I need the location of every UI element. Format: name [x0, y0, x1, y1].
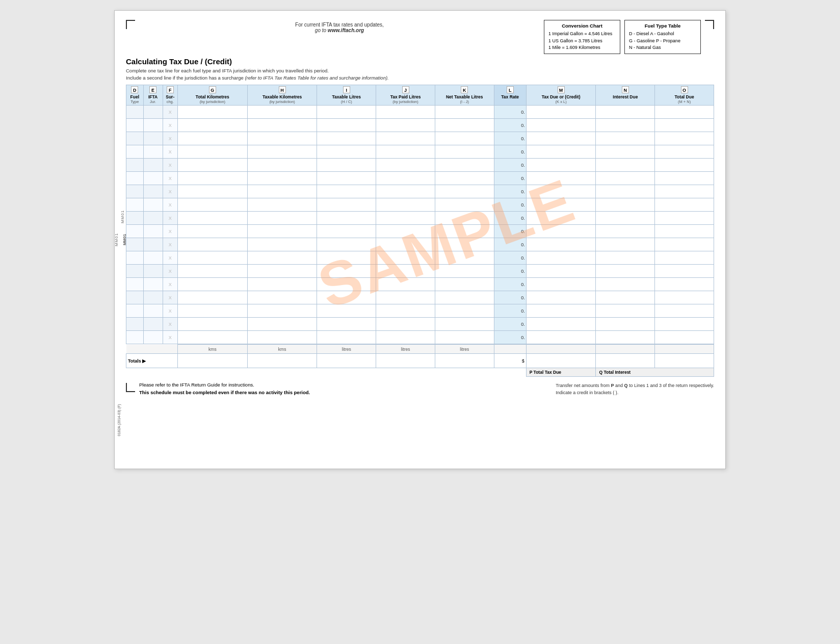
cell-tax-paid-litres[interactable]: [376, 132, 435, 145]
cell-taxable-km[interactable]: [247, 119, 317, 132]
cell-total-km[interactable]: [177, 119, 247, 132]
cell-taxable-litres[interactable]: [317, 198, 376, 212]
cell-fuel-type[interactable]: [126, 225, 144, 238]
cell-interest-due[interactable]: [596, 172, 655, 185]
totals-k-cell[interactable]: [435, 354, 494, 368]
cell-total-due[interactable]: [655, 265, 714, 278]
cell-fuel-type[interactable]: [126, 212, 144, 225]
cell-taxable-litres[interactable]: [317, 225, 376, 238]
cell-surcharge[interactable]: X: [163, 278, 177, 291]
cell-total-km[interactable]: [177, 331, 247, 344]
cell-taxable-km[interactable]: [247, 318, 317, 331]
cell-taxable-litres[interactable]: [317, 251, 376, 265]
cell-surcharge[interactable]: X: [163, 172, 177, 185]
cell-total-km[interactable]: [177, 291, 247, 304]
cell-total-due[interactable]: [655, 198, 714, 212]
cell-total-km[interactable]: [177, 304, 247, 318]
cell-taxable-litres[interactable]: [317, 106, 376, 119]
cell-tax-due[interactable]: [526, 132, 596, 145]
cell-ifta-jur[interactable]: [143, 251, 163, 265]
cell-total-km[interactable]: [177, 318, 247, 331]
cell-tax-paid-litres[interactable]: [376, 278, 435, 291]
cell-taxable-km[interactable]: [247, 145, 317, 159]
cell-total-km[interactable]: [177, 185, 247, 198]
cell-taxable-km[interactable]: [247, 331, 317, 344]
cell-net-taxable-litres[interactable]: [435, 238, 494, 251]
cell-surcharge[interactable]: X: [163, 198, 177, 212]
cell-ifta-jur[interactable]: [143, 225, 163, 238]
cell-fuel-type[interactable]: [126, 291, 144, 304]
cell-fuel-type[interactable]: [126, 159, 144, 172]
cell-interest-due[interactable]: [596, 238, 655, 251]
cell-net-taxable-litres[interactable]: [435, 159, 494, 172]
cell-tax-paid-litres[interactable]: [376, 251, 435, 265]
cell-total-km[interactable]: [177, 251, 247, 265]
cell-taxable-litres[interactable]: [317, 331, 376, 344]
cell-taxable-litres[interactable]: [317, 119, 376, 132]
cell-surcharge[interactable]: X: [163, 265, 177, 278]
cell-surcharge[interactable]: X: [163, 132, 177, 145]
cell-total-due[interactable]: [655, 212, 714, 225]
cell-taxable-km[interactable]: [247, 159, 317, 172]
cell-tax-due[interactable]: [526, 185, 596, 198]
cell-total-km[interactable]: [177, 106, 247, 119]
cell-net-taxable-litres[interactable]: [435, 106, 494, 119]
cell-fuel-type[interactable]: [126, 119, 144, 132]
cell-total-due[interactable]: [655, 318, 714, 331]
cell-ifta-jur[interactable]: [143, 132, 163, 145]
cell-fuel-type[interactable]: [126, 172, 144, 185]
cell-total-km[interactable]: [177, 225, 247, 238]
cell-surcharge[interactable]: X: [163, 159, 177, 172]
cell-taxable-km[interactable]: [247, 212, 317, 225]
cell-ifta-jur[interactable]: [143, 331, 163, 344]
cell-taxable-km[interactable]: [247, 251, 317, 265]
cell-taxable-litres[interactable]: [317, 291, 376, 304]
cell-interest-due[interactable]: [596, 318, 655, 331]
cell-taxable-litres[interactable]: [317, 304, 376, 318]
cell-net-taxable-litres[interactable]: [435, 265, 494, 278]
cell-ifta-jur[interactable]: [143, 238, 163, 251]
cell-total-km[interactable]: [177, 212, 247, 225]
cell-fuel-type[interactable]: [126, 238, 144, 251]
cell-taxable-km[interactable]: [247, 291, 317, 304]
cell-interest-due[interactable]: [596, 119, 655, 132]
cell-total-due[interactable]: [655, 172, 714, 185]
cell-taxable-litres[interactable]: [317, 185, 376, 198]
cell-tax-due[interactable]: [526, 145, 596, 159]
cell-net-taxable-litres[interactable]: [435, 145, 494, 159]
totals-m-cell[interactable]: [526, 354, 596, 368]
cell-net-taxable-litres[interactable]: [435, 225, 494, 238]
cell-ifta-jur[interactable]: [143, 278, 163, 291]
totals-n-cell[interactable]: [596, 354, 655, 368]
cell-net-taxable-litres[interactable]: [435, 251, 494, 265]
cell-surcharge[interactable]: X: [163, 291, 177, 304]
cell-surcharge[interactable]: X: [163, 212, 177, 225]
cell-tax-due[interactable]: [526, 159, 596, 172]
cell-tax-paid-litres[interactable]: [376, 304, 435, 318]
cell-interest-due[interactable]: [596, 291, 655, 304]
cell-fuel-type[interactable]: [126, 331, 144, 344]
cell-surcharge[interactable]: X: [163, 238, 177, 251]
cell-tax-paid-litres[interactable]: [376, 318, 435, 331]
cell-interest-due[interactable]: [596, 251, 655, 265]
cell-tax-paid-litres[interactable]: [376, 145, 435, 159]
cell-surcharge[interactable]: X: [163, 331, 177, 344]
cell-taxable-litres[interactable]: [317, 265, 376, 278]
cell-ifta-jur[interactable]: [143, 212, 163, 225]
cell-taxable-km[interactable]: [247, 198, 317, 212]
cell-interest-due[interactable]: [596, 106, 655, 119]
cell-ifta-jur[interactable]: [143, 198, 163, 212]
cell-total-km[interactable]: [177, 159, 247, 172]
cell-total-due[interactable]: [655, 251, 714, 265]
cell-interest-due[interactable]: [596, 225, 655, 238]
cell-ifta-jur[interactable]: [143, 106, 163, 119]
cell-tax-due[interactable]: [526, 265, 596, 278]
cell-total-due[interactable]: [655, 304, 714, 318]
cell-taxable-litres[interactable]: [317, 318, 376, 331]
cell-taxable-litres[interactable]: [317, 238, 376, 251]
cell-fuel-type[interactable]: [126, 198, 144, 212]
cell-fuel-type[interactable]: [126, 318, 144, 331]
cell-interest-due[interactable]: [596, 145, 655, 159]
cell-tax-due[interactable]: [526, 212, 596, 225]
totals-h-cell[interactable]: [247, 354, 317, 368]
